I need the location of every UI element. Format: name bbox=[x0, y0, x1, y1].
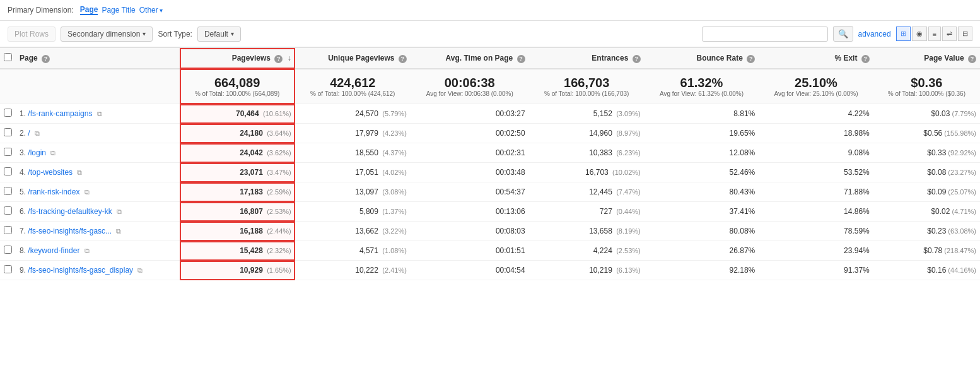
search-input[interactable] bbox=[702, 27, 828, 42]
row-checkbox[interactable] bbox=[4, 226, 12, 234]
row-bounce-rate-cell: 52.46% bbox=[645, 163, 759, 182]
secondary-dimension-dropdown[interactable]: Secondary dimension ▾ bbox=[61, 27, 153, 42]
row-unique-pageviews-cell: 10,222 (2.41%) bbox=[295, 261, 411, 280]
data-table: Page ? Pageviews ? ↓ Unique Pageviews ? … bbox=[0, 47, 980, 280]
copy-icon[interactable]: ⧉ bbox=[50, 149, 55, 157]
row-page-cell: 4. /top-websites ⧉ bbox=[16, 163, 180, 182]
entrances-pct: (6.13%) bbox=[616, 266, 641, 274]
entrances-pct: (10.02%) bbox=[612, 169, 641, 176]
unique-pct: (1.37%) bbox=[382, 208, 407, 215]
row-checkbox[interactable] bbox=[4, 148, 12, 156]
primary-dim-page-title[interactable]: Page Title bbox=[102, 6, 135, 15]
search-icon[interactable]: 🔍 bbox=[833, 26, 853, 42]
page-help-icon[interactable]: ? bbox=[42, 55, 50, 63]
page-link[interactable]: /login bbox=[28, 148, 46, 157]
row-checkbox[interactable] bbox=[4, 206, 12, 215]
page-value-pct: (23.27%) bbox=[948, 169, 976, 176]
total-pct-exit: 25.10% Avg for View: 25.10% (0.00%) bbox=[759, 69, 873, 104]
copy-icon[interactable]: ⧉ bbox=[85, 188, 90, 196]
row-checkbox-cell bbox=[0, 104, 16, 124]
entrances-pct: (7.47%) bbox=[616, 188, 641, 196]
avg-time-help-icon[interactable]: ? bbox=[517, 55, 525, 63]
row-checkbox-cell bbox=[0, 124, 16, 143]
pageviews-pct: (10.61%) bbox=[263, 110, 291, 117]
row-bounce-rate-cell: 26.87% bbox=[645, 241, 759, 261]
other-dropdown-icon[interactable]: ▾ bbox=[160, 7, 163, 14]
row-entrances-cell: 12,445 (7.47%) bbox=[529, 182, 645, 202]
entrances-help-icon[interactable]: ? bbox=[633, 55, 641, 63]
pageviews-value: 23,071 bbox=[240, 168, 263, 177]
page-link[interactable]: / bbox=[28, 129, 30, 138]
page-link[interactable]: /rank-risk-index bbox=[28, 187, 79, 196]
row-pageviews-cell: 23,071 (3.47%) bbox=[180, 163, 295, 182]
sort-type-dropdown[interactable]: Default ▾ bbox=[197, 27, 241, 42]
pivot-view-button[interactable]: ⊟ bbox=[958, 27, 972, 41]
pageviews-value: 17,183 bbox=[240, 187, 263, 196]
page-value-pct: (155.98%) bbox=[944, 129, 976, 137]
copy-icon[interactable]: ⧉ bbox=[97, 110, 102, 118]
comparison-view-button[interactable]: ⇌ bbox=[942, 27, 957, 41]
row-unique-pageviews-cell: 18,550 (4.37%) bbox=[295, 143, 411, 163]
plot-rows-button[interactable]: Plot Rows bbox=[8, 27, 55, 42]
page-value-help-icon[interactable]: ? bbox=[968, 55, 976, 63]
row-bounce-rate-cell: 92.18% bbox=[645, 261, 759, 280]
copy-icon[interactable]: ⧉ bbox=[116, 227, 121, 235]
unique-pct: (5.79%) bbox=[382, 110, 407, 117]
pct-exit-help-icon[interactable]: ? bbox=[861, 55, 870, 63]
pageviews-value: 24,042 bbox=[240, 148, 263, 157]
unique-pageviews-help-icon[interactable]: ? bbox=[399, 55, 407, 63]
row-checkbox-cell bbox=[0, 222, 16, 241]
primary-dim-other[interactable]: Other bbox=[139, 6, 158, 15]
sort-type-label: Sort Type: bbox=[158, 30, 192, 39]
pie-view-button[interactable]: ◉ bbox=[912, 27, 927, 41]
row-checkbox-cell bbox=[0, 182, 16, 202]
row-bounce-rate-cell: 12.08% bbox=[645, 143, 759, 163]
row-entrances-cell: 14,960 (8.97%) bbox=[529, 124, 645, 143]
copy-icon[interactable]: ⧉ bbox=[35, 129, 40, 138]
row-checkbox[interactable] bbox=[4, 128, 12, 136]
row-pageviews-cell: 16,188 (2.44%) bbox=[180, 222, 295, 241]
bounce-rate-help-icon[interactable]: ? bbox=[747, 55, 755, 63]
row-checkbox[interactable] bbox=[4, 167, 12, 175]
performance-view-button[interactable]: ≡ bbox=[928, 27, 941, 41]
row-checkbox[interactable] bbox=[4, 187, 12, 195]
page-link[interactable]: /keyword-finder bbox=[28, 246, 79, 255]
table-view-button[interactable]: ⊞ bbox=[896, 27, 911, 41]
copy-icon[interactable]: ⧉ bbox=[77, 169, 82, 177]
row-page-cell: 3. /login ⧉ bbox=[16, 143, 180, 163]
col-header-page-value: Page Value ? bbox=[873, 48, 980, 69]
primary-dim-page[interactable]: Page bbox=[80, 5, 98, 15]
row-unique-pageviews-cell: 13,662 (3.22%) bbox=[295, 222, 411, 241]
row-pageviews-cell: 70,464 (10.61%) bbox=[180, 104, 295, 124]
row-number: 7. bbox=[20, 227, 26, 235]
page-link[interactable]: /fs-seo-insights/fs-gasc_display bbox=[28, 266, 133, 275]
table-header-row: Page ? Pageviews ? ↓ Unique Pageviews ? … bbox=[0, 48, 980, 69]
page-link[interactable]: /fs-tracking-defaultkey-kk bbox=[28, 207, 112, 216]
page-value-pct: (63.08%) bbox=[948, 227, 976, 235]
row-page-value-cell: $0.16(44.16%) bbox=[873, 261, 980, 280]
page-link[interactable]: /top-websites bbox=[28, 168, 73, 177]
page-value-pct: (7.79%) bbox=[952, 110, 976, 117]
pageviews-pct: (2.59%) bbox=[267, 188, 291, 196]
page-link[interactable]: /fs-rank-campaigns bbox=[28, 109, 92, 118]
pageviews-pct: (3.62%) bbox=[267, 149, 291, 157]
page-link[interactable]: /fs-seo-insights/fs-gasc... bbox=[28, 227, 112, 235]
copy-icon[interactable]: ⧉ bbox=[117, 208, 122, 216]
row-number: 1. bbox=[20, 109, 26, 118]
row-checkbox[interactable] bbox=[4, 265, 12, 273]
pageviews-sort-icon[interactable]: ↓ bbox=[288, 54, 291, 62]
row-checkbox[interactable] bbox=[4, 246, 12, 254]
page-value-pct: (4.71%) bbox=[952, 208, 976, 215]
row-page-value-cell: $0.78(218.47%) bbox=[873, 241, 980, 261]
row-pct-exit-cell: 14.86% bbox=[759, 202, 873, 222]
primary-dimension-label: Primary Dimension: bbox=[8, 6, 74, 15]
copy-icon[interactable]: ⧉ bbox=[85, 247, 90, 255]
advanced-link[interactable]: advanced bbox=[858, 30, 891, 39]
entrances-pct: (3.09%) bbox=[616, 110, 641, 117]
row-avg-time-cell: 00:03:48 bbox=[411, 163, 529, 182]
copy-icon[interactable]: ⧉ bbox=[137, 266, 143, 275]
pageviews-help-icon[interactable]: ? bbox=[274, 55, 283, 63]
row-checkbox[interactable] bbox=[4, 109, 12, 117]
select-all-checkbox[interactable] bbox=[4, 53, 12, 61]
row-page-cell: 2. / ⧉ bbox=[16, 124, 180, 143]
